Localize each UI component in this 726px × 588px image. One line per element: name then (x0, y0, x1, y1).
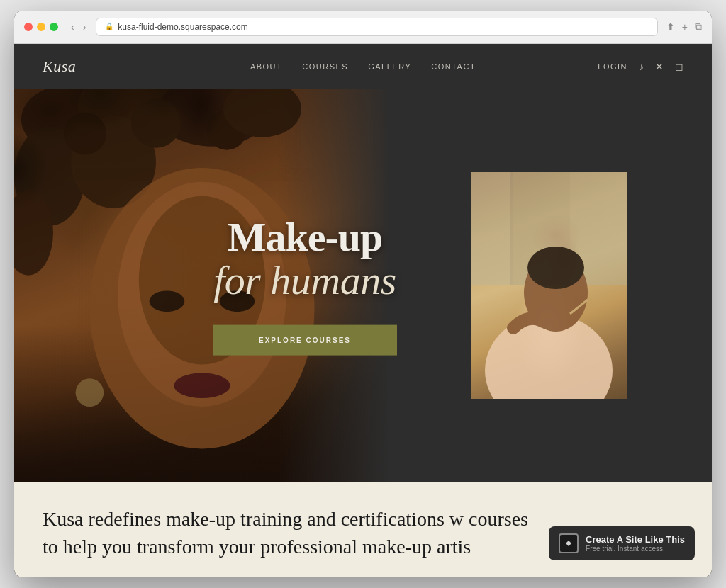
tabs-icon[interactable]: ⧉ (695, 21, 702, 33)
nav-link-gallery[interactable]: GALLERY (368, 62, 411, 71)
nav-link-about[interactable]: ABOUT (250, 62, 282, 71)
explore-courses-button[interactable]: EXPLORE COURSES (213, 325, 397, 356)
new-tab-icon[interactable]: + (682, 21, 688, 33)
svg-point-13 (150, 290, 185, 312)
back-button[interactable]: ‹ (69, 21, 76, 33)
hero-title-italic: for humans (213, 259, 397, 303)
hero-side-image (471, 172, 627, 399)
website-content: Kusa ABOUT COURSES GALLERY CONTACT LOGIN… (14, 44, 712, 577)
browser-window: ‹ › 🔒 kusa-fluid-demo.squarespace.com ⬆ … (14, 11, 712, 577)
share-icon[interactable]: ⬆ (666, 21, 675, 33)
svg-point-6 (64, 112, 106, 154)
traffic-lights (24, 23, 58, 31)
squarespace-logo-icon (559, 533, 579, 553)
hero-content: Make-up for humans EXPLORE COURSES (213, 216, 397, 356)
login-link[interactable]: LOGIN (598, 62, 627, 71)
address-bar[interactable]: 🔒 kusa-fluid-demo.squarespace.com (96, 18, 657, 36)
hero-title-main: Make-up (213, 216, 397, 259)
badge-main-text: Create A Site Like This (586, 534, 685, 545)
forward-button[interactable]: › (82, 21, 88, 33)
svg-point-23 (527, 247, 584, 289)
site-logo[interactable]: Kusa (43, 57, 203, 76)
svg-point-16 (76, 378, 104, 407)
badge-text-container: Create A Site Like This Free trial. Inst… (586, 534, 685, 553)
nav-link-courses[interactable]: COURSES (302, 62, 348, 71)
bottom-text: Kusa redefines make-up training and cert… (43, 505, 539, 560)
maximize-button[interactable] (50, 23, 58, 31)
lock-icon: 🔒 (105, 23, 113, 30)
tiktok-icon[interactable]: ♪ (639, 61, 644, 72)
instagram-icon[interactable]: ◻ (675, 61, 683, 72)
navigation: Kusa ABOUT COURSES GALLERY CONTACT LOGIN… (14, 44, 712, 89)
bottom-section-wrapper: Kusa redefines make-up training and cert… (14, 482, 712, 577)
nav-right: LOGIN ♪ ✕ ◻ (523, 61, 683, 72)
close-button[interactable] (24, 23, 33, 31)
svg-point-15 (174, 373, 230, 398)
browser-controls: ‹ › (69, 21, 87, 33)
browser-chrome: ‹ › 🔒 kusa-fluid-demo.squarespace.com ⬆ … (14, 11, 712, 44)
nav-links: ABOUT COURSES GALLERY CONTACT (203, 62, 523, 71)
nav-link-contact[interactable]: CONTACT (431, 62, 476, 71)
url-text: kusa-fluid-demo.squarespace.com (118, 22, 247, 32)
hero-section: Make-up for humans EXPLORE COURSES (14, 89, 712, 482)
browser-actions: ⬆ + ⧉ (666, 21, 702, 33)
svg-point-7 (131, 98, 181, 147)
badge-sub-text: Free trial. Instant access. (586, 545, 685, 553)
minimize-button[interactable] (37, 23, 45, 31)
twitter-icon[interactable]: ✕ (655, 61, 664, 72)
squarespace-badge[interactable]: Create A Site Like This Free trial. Inst… (549, 526, 695, 560)
